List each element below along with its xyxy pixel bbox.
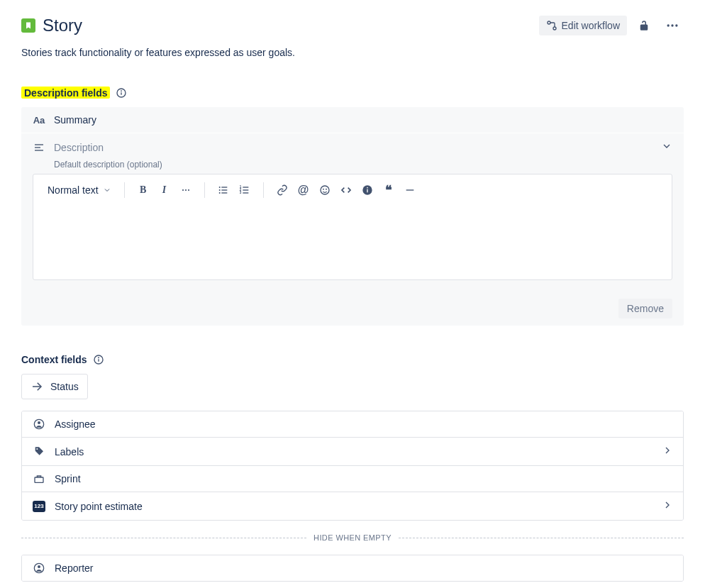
info-icon[interactable] bbox=[93, 354, 104, 365]
edit-workflow-button[interactable]: Edit workflow bbox=[539, 16, 627, 35]
default-description-hint: Default description (optional) bbox=[54, 160, 672, 170]
svg-point-39 bbox=[36, 448, 38, 450]
more-icon bbox=[180, 184, 191, 196]
svg-point-14 bbox=[218, 187, 220, 188]
more-button[interactable] bbox=[661, 14, 684, 37]
labels-label: Labels bbox=[55, 446, 653, 457]
context-fields-label: Context fields bbox=[21, 354, 87, 365]
svg-point-4 bbox=[675, 24, 677, 26]
number-icon: 123 bbox=[32, 501, 46, 512]
quote-button[interactable]: ❝ bbox=[379, 180, 399, 200]
description-fields-label: Description fields bbox=[21, 87, 110, 99]
person-icon bbox=[32, 562, 46, 574]
svg-point-16 bbox=[218, 189, 220, 191]
chevron-right-icon bbox=[662, 499, 673, 513]
emoji-button[interactable] bbox=[315, 180, 335, 200]
numbered-list-button[interactable]: 123 bbox=[235, 180, 255, 200]
page-title: Story bbox=[43, 16, 82, 35]
svg-point-13 bbox=[188, 189, 189, 191]
info-filled-icon bbox=[362, 184, 373, 196]
divider-button[interactable] bbox=[400, 180, 420, 200]
story-point-estimate-row[interactable]: 123 Story point estimate bbox=[22, 492, 683, 520]
reporter-label: Reporter bbox=[55, 562, 673, 574]
svg-point-12 bbox=[185, 189, 187, 191]
labels-row[interactable]: Labels bbox=[22, 437, 683, 465]
mention-button[interactable]: @ bbox=[294, 180, 313, 200]
svg-point-7 bbox=[121, 91, 122, 91]
svg-rect-30 bbox=[367, 189, 367, 193]
description-label: Description bbox=[54, 142, 653, 153]
header-actions: Edit workflow bbox=[539, 14, 684, 37]
bold-button[interactable]: B bbox=[133, 180, 153, 200]
collapse-toggle[interactable] bbox=[661, 140, 672, 154]
hide-when-empty-label: HIDE WHEN EMPTY bbox=[313, 533, 392, 542]
info-icon[interactable] bbox=[116, 87, 127, 99]
summary-field-row[interactable]: Aa Summary bbox=[21, 107, 684, 133]
text-style-label: Normal text bbox=[48, 184, 99, 196]
story-point-estimate-label: Story point estimate bbox=[55, 501, 653, 512]
status-field[interactable]: Status bbox=[21, 374, 88, 399]
assignee-row[interactable]: Assignee bbox=[22, 411, 683, 437]
svg-point-27 bbox=[323, 189, 323, 189]
paragraph-icon bbox=[33, 142, 45, 153]
toolbar-separator bbox=[204, 182, 205, 198]
rich-text-editor: Normal text B I 123 bbox=[33, 174, 672, 280]
story-icon bbox=[21, 18, 35, 33]
page-header: Story Edit workflow bbox=[21, 14, 684, 37]
svg-rect-8 bbox=[35, 144, 43, 145]
description-field-head[interactable]: Description bbox=[33, 140, 672, 160]
code-button[interactable] bbox=[336, 180, 356, 200]
svg-point-42 bbox=[38, 565, 40, 568]
link-button[interactable] bbox=[272, 180, 292, 200]
link-icon bbox=[277, 184, 288, 196]
text-style-dropdown[interactable]: Normal text bbox=[40, 184, 116, 196]
bullet-list-button[interactable] bbox=[213, 180, 233, 200]
toolbar-separator bbox=[263, 182, 264, 198]
hide-when-empty-divider: HIDE WHEN EMPTY bbox=[21, 533, 684, 542]
svg-text:3: 3 bbox=[239, 191, 241, 194]
lock-button[interactable] bbox=[633, 14, 655, 37]
svg-rect-19 bbox=[221, 192, 227, 193]
svg-point-0 bbox=[548, 21, 550, 24]
svg-point-3 bbox=[671, 24, 673, 26]
context-fields-list: Assignee Labels Sprint 123 Story point e… bbox=[21, 411, 684, 521]
numbered-list-icon: 123 bbox=[239, 184, 250, 196]
svg-point-1 bbox=[553, 27, 556, 30]
horizontal-rule-icon bbox=[404, 184, 416, 196]
context-fields-heading: Context fields bbox=[21, 354, 104, 365]
svg-rect-17 bbox=[221, 189, 227, 190]
sprint-row[interactable]: Sprint bbox=[22, 465, 683, 492]
edit-workflow-label: Edit workflow bbox=[562, 20, 620, 31]
svg-point-38 bbox=[38, 421, 40, 424]
description-field-block: Description Default description (optiona… bbox=[21, 133, 684, 292]
summary-label: Summary bbox=[54, 114, 96, 126]
chevron-down-icon bbox=[103, 186, 111, 194]
svg-rect-9 bbox=[35, 147, 40, 148]
description-panel: Aa Summary Description Default descripti… bbox=[21, 107, 684, 326]
description-fields-heading: Description fields bbox=[21, 87, 127, 99]
svg-point-31 bbox=[367, 187, 368, 189]
svg-point-28 bbox=[326, 189, 326, 189]
sprint-label: Sprint bbox=[55, 473, 673, 484]
editor-toolbar: Normal text B I 123 bbox=[33, 174, 672, 206]
reporter-row[interactable]: Reporter bbox=[22, 555, 683, 581]
svg-rect-10 bbox=[35, 150, 43, 150]
bullet-list-icon bbox=[218, 184, 229, 196]
code-icon bbox=[340, 184, 352, 196]
svg-point-35 bbox=[98, 357, 99, 358]
emoji-icon bbox=[319, 184, 331, 196]
remove-button[interactable]: Remove bbox=[618, 299, 672, 318]
info-panel-button[interactable] bbox=[357, 180, 377, 200]
arrow-right-icon bbox=[30, 380, 43, 393]
svg-point-2 bbox=[667, 24, 670, 26]
workflow-icon bbox=[546, 20, 557, 31]
svg-point-11 bbox=[182, 189, 184, 191]
svg-rect-40 bbox=[35, 477, 43, 482]
italic-button[interactable]: I bbox=[155, 180, 174, 200]
svg-point-18 bbox=[218, 192, 220, 194]
editor-textarea[interactable] bbox=[33, 206, 672, 279]
more-icon bbox=[665, 18, 679, 33]
status-label: Status bbox=[50, 381, 79, 392]
more-formatting-button[interactable] bbox=[176, 180, 196, 200]
unlock-icon bbox=[638, 19, 650, 32]
